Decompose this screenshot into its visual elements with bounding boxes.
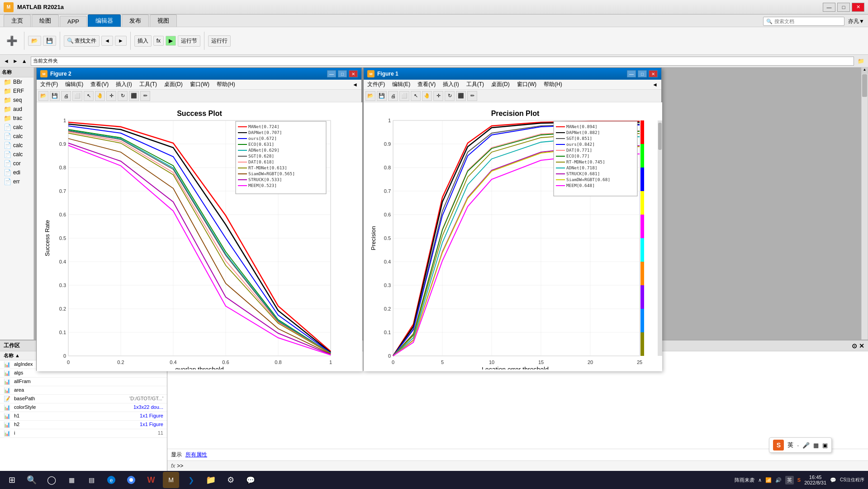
ime-lang[interactable]: 英 bbox=[787, 441, 793, 449]
tab-publish[interactable]: 发布 bbox=[122, 14, 149, 27]
tab-home[interactable]: 主页 bbox=[4, 14, 31, 27]
fig2-tool-cursor[interactable]: ↖ bbox=[84, 91, 94, 101]
fig2-tool-datecursor[interactable]: ✛ bbox=[106, 91, 116, 101]
var-basepath[interactable]: 📝 basePath 'D:/GTOT/GT...' bbox=[0, 395, 167, 403]
task-view-button[interactable]: ◯ bbox=[43, 472, 60, 488]
fig2-tool-zoom[interactable]: ⬜ bbox=[72, 91, 82, 101]
figure2-close[interactable]: ✕ bbox=[349, 70, 358, 77]
search-taskbar-button[interactable]: 🔍 bbox=[24, 472, 40, 488]
fig2-menu-desktop[interactable]: 桌面(D) bbox=[162, 81, 185, 88]
maximize-button[interactable]: □ bbox=[837, 3, 850, 12]
tab-editor[interactable]: 编辑器 bbox=[88, 14, 121, 27]
user-account[interactable]: 亦凡▼ bbox=[848, 18, 864, 25]
fx-button[interactable]: fx bbox=[153, 36, 164, 46]
tab-plot[interactable]: 绘图 bbox=[32, 14, 59, 27]
file-item-bbr[interactable]: 📁BBr bbox=[0, 77, 33, 86]
fig1-menu-tools[interactable]: 工具(T) bbox=[465, 81, 486, 88]
forward-button[interactable]: ► bbox=[115, 36, 127, 46]
chrome-button[interactable] bbox=[123, 472, 139, 488]
file-item-seq[interactable]: 📁seq bbox=[0, 96, 33, 105]
var-colorstyle[interactable]: 📊 colorStyle 1x3x22 dou... bbox=[0, 403, 167, 412]
file-explorer-button[interactable]: 📁 bbox=[203, 472, 219, 488]
fig2-menu-extra[interactable]: ◄ bbox=[351, 82, 360, 88]
insert-button[interactable]: 插入 bbox=[134, 35, 152, 47]
notification-weather[interactable]: 阵雨来袭 bbox=[735, 477, 754, 484]
cmd-close-icon[interactable]: ✕ bbox=[859, 342, 864, 350]
var-h1[interactable]: 📊 h1 1x1 Figure bbox=[0, 412, 167, 421]
fig1-tool-datacursor[interactable]: ✛ bbox=[433, 91, 443, 101]
fig1-menu-desktop[interactable]: 桌面(D) bbox=[489, 81, 512, 88]
var-h2[interactable]: 📊 h2 1x1 Figure bbox=[0, 421, 167, 429]
fig1-tool-cursor[interactable]: ↖ bbox=[411, 91, 421, 101]
file-item-edi[interactable]: 📄edi bbox=[0, 168, 33, 177]
file-item-calc1[interactable]: 📄calc bbox=[0, 123, 33, 132]
fig2-menu-file[interactable]: 文件(F) bbox=[38, 81, 60, 88]
figure1-close[interactable]: ✕ bbox=[649, 70, 658, 77]
file-item-aud[interactable]: 📁aud bbox=[0, 105, 33, 114]
taskview-icon[interactable]: ▦ bbox=[63, 472, 80, 488]
tray-notification[interactable]: 💬 bbox=[830, 477, 836, 483]
system-tray-up[interactable]: ∧ bbox=[758, 477, 762, 483]
nav-back[interactable]: ◄ bbox=[4, 58, 9, 64]
file-item-trac[interactable]: 📁trac bbox=[0, 114, 33, 123]
fig2-menu-edit[interactable]: 编辑(E) bbox=[63, 81, 85, 88]
minimize-button[interactable]: — bbox=[823, 3, 835, 12]
save-button[interactable]: 💾 bbox=[43, 36, 56, 46]
sogou-tray[interactable]: S bbox=[797, 477, 801, 483]
fig1-tool-brush[interactable]: ✏ bbox=[467, 91, 477, 101]
fig1-menu-window[interactable]: 窗口(W) bbox=[515, 81, 538, 88]
nav-up[interactable]: ▲ bbox=[22, 58, 27, 64]
fig1-menu-file[interactable]: 文件(F) bbox=[365, 81, 387, 88]
fig1-menu-insert[interactable]: 插入(I) bbox=[441, 81, 460, 88]
tray-volume[interactable]: 🔊 bbox=[775, 477, 782, 483]
file-item-cor[interactable]: 📄cor bbox=[0, 159, 33, 168]
fig2-tool-print[interactable]: 🖨 bbox=[61, 91, 71, 101]
fig2-tool-open[interactable]: 📂 bbox=[38, 91, 48, 101]
fig1-tool-zoom[interactable]: ⬜ bbox=[399, 91, 409, 101]
fig1-menu-help[interactable]: 帮助(H) bbox=[542, 81, 564, 88]
ime-skin[interactable]: ▣ bbox=[822, 442, 828, 449]
fig1-menu-edit[interactable]: 编辑(E) bbox=[390, 81, 412, 88]
fig2-menu-insert[interactable]: 插入(I) bbox=[114, 81, 133, 88]
wechat-button[interactable]: 💬 bbox=[242, 472, 259, 488]
tray-network[interactable]: 📶 bbox=[765, 477, 772, 483]
close-button[interactable]: ✕ bbox=[852, 3, 864, 12]
fig1-tool-save[interactable]: 💾 bbox=[377, 91, 387, 101]
fig1-tool-print[interactable]: 🖨 bbox=[388, 91, 398, 101]
fig2-tool-save[interactable]: 💾 bbox=[50, 91, 60, 101]
fig2-menu-window[interactable]: 窗口(W) bbox=[188, 81, 211, 88]
var-i[interactable]: 📊 i 11 bbox=[0, 429, 167, 438]
browse-button[interactable]: 📁 bbox=[858, 58, 864, 64]
browser-button[interactable]: e bbox=[103, 472, 119, 488]
fig2-menu-help[interactable]: 帮助(H) bbox=[215, 81, 237, 88]
fig2-tool-rotate[interactable]: ↻ bbox=[118, 91, 128, 101]
figure1-maximize[interactable]: □ bbox=[638, 70, 647, 77]
file-item-erf[interactable]: 📁ERF bbox=[0, 86, 33, 96]
start-button[interactable]: ⊞ bbox=[4, 472, 20, 488]
fig1-menu-view[interactable]: 查看(V) bbox=[416, 81, 437, 88]
search-input[interactable] bbox=[774, 19, 838, 24]
figure2-minimize[interactable]: — bbox=[327, 70, 336, 77]
file-item-err[interactable]: 📄err bbox=[0, 177, 33, 186]
fig1-tool-pan[interactable]: 🤚 bbox=[422, 91, 432, 101]
tab-view[interactable]: 视图 bbox=[150, 14, 177, 27]
find-files-button[interactable]: 🔍 查找文件 bbox=[64, 35, 100, 47]
scroll-thumb[interactable] bbox=[862, 74, 867, 97]
scroll-up[interactable]: ▲ bbox=[862, 67, 868, 74]
file-item-calc4[interactable]: 📄calc bbox=[0, 150, 33, 159]
fig2-menu-tools[interactable]: 工具(T) bbox=[138, 81, 159, 88]
run-line-button[interactable]: 运行行 bbox=[208, 35, 231, 47]
figure1-minimize[interactable]: — bbox=[627, 70, 636, 77]
file-item-calc3[interactable]: 📄calc bbox=[0, 141, 33, 150]
ime-grid[interactable]: ▦ bbox=[813, 442, 819, 449]
fig2-tool-brush[interactable]: ✏ bbox=[140, 91, 150, 101]
fig2-tool-pan[interactable]: 🤚 bbox=[95, 91, 105, 101]
run-section-button[interactable]: 运行节 bbox=[178, 35, 200, 47]
figure2-titlebar[interactable]: M Figure 2 — □ ✕ bbox=[37, 68, 361, 80]
search-box[interactable]: 🔍 bbox=[763, 17, 844, 26]
run-button[interactable]: ▶ bbox=[166, 36, 176, 46]
fig1-tool-link[interactable]: ⬛ bbox=[456, 91, 466, 101]
cmd-filter-icon[interactable]: ⊙ bbox=[852, 342, 857, 350]
var-allframe[interactable]: 📊 allFram bbox=[0, 378, 167, 386]
back-button[interactable]: ◄ bbox=[101, 36, 113, 46]
